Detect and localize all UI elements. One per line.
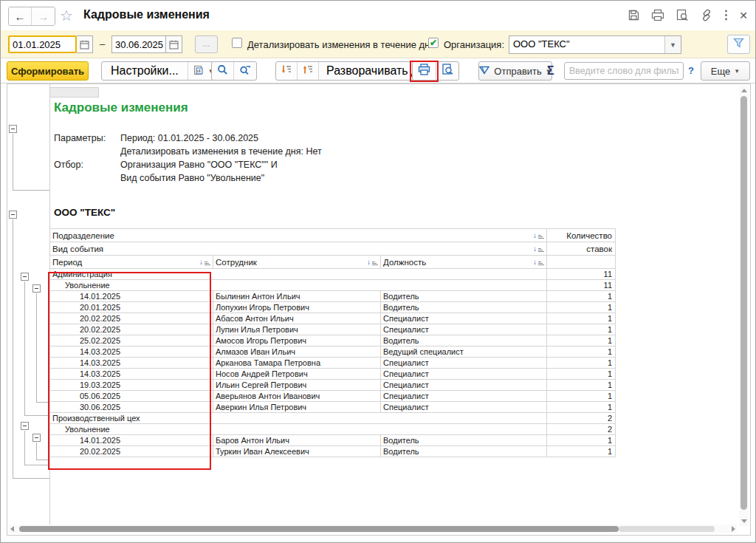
sort-icon[interactable]: ↓ (367, 259, 378, 265)
table-row[interactable]: 14.03.2025Носов Андрей ПетровичСпециалис… (50, 369, 616, 380)
cell-count[interactable]: 1 (547, 391, 616, 402)
sum-icon[interactable]: Σ (547, 64, 554, 78)
sort-icon[interactable]: ↓ (533, 259, 544, 265)
back-button[interactable]: ← (9, 7, 32, 25)
cell-position[interactable]: Водитель (381, 446, 547, 457)
cell-position[interactable]: Специалист (381, 324, 547, 335)
cell-employee[interactable]: Ильин Сергей Петрович (213, 380, 381, 391)
cell-period[interactable]: Увольнение (50, 424, 547, 435)
cell-period[interactable]: Увольнение (50, 280, 547, 291)
cell-count[interactable]: 1 (547, 380, 616, 391)
scroll-left-icon[interactable] (10, 526, 14, 532)
table-row[interactable]: 19.03.2025Ильин Сергей ПетровичСпециалис… (50, 380, 616, 391)
header-cell-employee[interactable]: Сотрудник↓ (213, 256, 381, 269)
table-row[interactable]: 14.03.2025Арканова Тамара ПетровнаСпециа… (50, 358, 616, 369)
print-button[interactable] (413, 62, 436, 80)
horizontal-scroll-track[interactable] (619, 526, 715, 532)
cell-employee[interactable]: Лупин Илья Петрович (213, 324, 381, 335)
cell-employee[interactable]: Аверьянов Антон Иванович (213, 391, 381, 402)
quick-filter-input[interactable] (564, 62, 684, 80)
settings-button[interactable]: Настройки... (102, 62, 188, 80)
cell-position[interactable]: Водитель (381, 302, 547, 313)
sort-icon[interactable]: ↓ (533, 245, 544, 252)
collapse-group-button[interactable] (9, 211, 17, 219)
favorite-star-icon[interactable]: ☆ (60, 7, 73, 24)
collapse-group-button[interactable] (32, 284, 41, 293)
cell-period[interactable]: 20.02.2025 (50, 324, 213, 335)
cell-employee[interactable]: Носов Андрей Петрович (213, 369, 381, 380)
filter-settings-button[interactable] (727, 35, 750, 54)
cell-period[interactable]: Производственный цех (50, 413, 547, 424)
expand-groups-button[interactable] (297, 62, 318, 80)
cell-position[interactable]: Специалист (381, 402, 547, 413)
cell-employee[interactable]: Туркин Иван Алексеевич (213, 446, 381, 457)
cell-count[interactable]: 1 (547, 324, 616, 335)
detail-checkbox-label[interactable]: Детализировать изменения в течение дня (247, 39, 435, 50)
table-row[interactable]: 14.01.2025Былинин Антон ИльичВодитель1 (50, 291, 616, 302)
collapse-groups-button[interactable] (276, 62, 297, 80)
help-icon[interactable]: ? (688, 65, 694, 76)
date-from-input[interactable]: 01.01.2025 (8, 35, 77, 53)
cell-period[interactable]: 14.03.2025 (50, 369, 213, 380)
table-row[interactable]: 25.02.2025Амосов Игорь ПетровичВодитель1 (50, 335, 616, 346)
cell-position[interactable]: Водитель (381, 435, 547, 446)
table-row[interactable]: 05.06.2025Аверьянов Антон ИвановичСпециа… (50, 391, 616, 402)
scroll-down-icon[interactable] (741, 519, 747, 523)
calendar-icon[interactable] (166, 35, 182, 53)
cell-employee[interactable]: Абасов Антон Ильич (213, 313, 381, 324)
header-cell-period[interactable]: Период↓ (50, 256, 213, 269)
send-button[interactable]: Отправить ▼ (478, 61, 552, 81)
table-row[interactable]: 20.02.2025Лупин Илья ПетровичСпециалист1 (50, 324, 616, 335)
cell-period[interactable]: 14.01.2025 (50, 435, 213, 446)
generate-button[interactable]: Сформировать (7, 61, 89, 81)
preview-icon[interactable] (676, 9, 689, 21)
cell-period[interactable]: 14.03.2025 (50, 358, 213, 369)
cell-count[interactable]: 1 (547, 291, 616, 302)
header-cell-event-type[interactable]: Вид события↓ (50, 242, 547, 256)
save-icon[interactable] (628, 9, 640, 21)
cell-count[interactable]: 1 (547, 346, 616, 358)
cell-period[interactable]: 05.06.2025 (50, 391, 213, 402)
header-cell-department[interactable]: Подразделение↓ (50, 229, 547, 242)
more-menu-icon[interactable] (724, 9, 728, 21)
cell-position[interactable]: Специалист (381, 313, 547, 324)
close-icon[interactable]: ✕ (739, 10, 748, 21)
table-row[interactable]: 14.01.2025Баров Антон ИльичВодитель1 (50, 435, 616, 446)
cell-employee[interactable]: Баров Антон Ильич (213, 435, 381, 446)
organization-checkbox-label[interactable]: Организация: (444, 39, 504, 50)
sort-icon[interactable]: ↓ (199, 259, 210, 265)
organization-combobox[interactable]: ООО "ТЕКС" ▼ (509, 35, 681, 54)
date-to-input[interactable]: 30.06.2025 (111, 35, 166, 53)
cell-employee[interactable]: Лопухин Игорь Петрович (213, 302, 381, 313)
cell-period[interactable]: Администрация (50, 269, 547, 280)
cell-employee[interactable]: Алмазов Иван Ильич (213, 346, 381, 358)
table-row[interactable]: Увольнение2 (50, 424, 616, 435)
table-row[interactable]: Увольнение11 (50, 280, 616, 291)
cancel-search-button[interactable] (233, 62, 256, 80)
header-cell-position[interactable]: Должность↓ (381, 256, 547, 269)
collapse-group-button[interactable] (9, 125, 17, 133)
cell-count[interactable]: 2 (547, 413, 616, 424)
period-variants-button[interactable]: ... (195, 35, 218, 53)
cell-count[interactable]: 1 (547, 446, 616, 457)
cell-position[interactable]: Специалист (381, 369, 547, 380)
forward-button[interactable]: → (32, 7, 55, 25)
vertical-scrollbar[interactable] (739, 86, 749, 526)
cell-period[interactable]: 14.01.2025 (50, 291, 213, 302)
organization-checkbox[interactable]: ✔ (428, 38, 439, 48)
cell-period[interactable]: 20.01.2025 (50, 302, 213, 313)
cell-count[interactable]: 11 (547, 280, 616, 291)
collapse-group-button[interactable] (32, 434, 41, 442)
search-button[interactable] (212, 62, 233, 80)
cell-count[interactable]: 1 (547, 435, 616, 446)
table-row[interactable]: 30.06.2025Аверкин Илья ПетровичСпециалис… (50, 402, 616, 413)
table-row[interactable]: 20.02.2025Туркин Иван АлексеевичВодитель… (50, 446, 616, 457)
cell-position[interactable]: Водитель (381, 291, 547, 302)
cell-employee[interactable]: Былинин Антон Ильич (213, 291, 381, 302)
calendar-icon[interactable] (77, 35, 93, 53)
cell-count[interactable]: 1 (547, 302, 616, 313)
collapse-group-button[interactable] (21, 273, 29, 281)
table-row[interactable]: 20.01.2025Лопухин Игорь ПетровичВодитель… (50, 302, 616, 313)
horizontal-scroll-thumb[interactable] (19, 526, 619, 532)
table-row[interactable]: Администрация11 (50, 269, 616, 280)
